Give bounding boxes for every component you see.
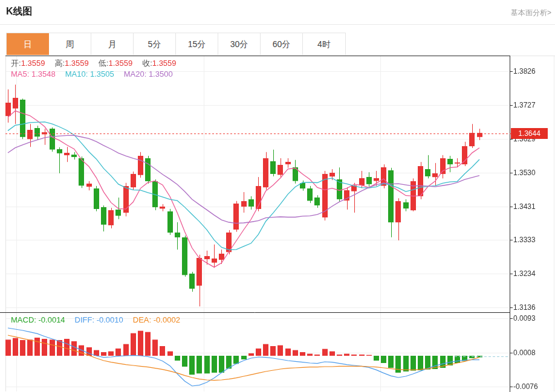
price-axis-label-7: 1.3136 — [513, 303, 536, 312]
readout-MA20: MA20: 1.3500 — [124, 69, 173, 79]
tab-period-3[interactable]: 5分 — [134, 33, 176, 55]
kline-chart-widget: K线图 基本面分析> 日周月5分15分30分60分4时 开:1.3559高:1.… — [0, 0, 555, 392]
readout-MA10: MA10: 1.3505 — [65, 69, 114, 79]
price-axis-label-6: 1.3234 — [513, 269, 536, 278]
period-tabs: 日周月5分15分30分60分4时 — [6, 33, 346, 55]
price-axis-label-5: 1.3333 — [513, 236, 536, 244]
readout-DIFF: DIFF: -0.0010 — [75, 315, 123, 324]
tab-period-5[interactable]: 30分 — [218, 33, 261, 55]
readout-低: 低:1.3559 — [99, 59, 132, 68]
tab-period-7[interactable]: 4时 — [303, 33, 345, 55]
tab-period-4[interactable]: 15分 — [176, 33, 218, 55]
readout-DEA: DEA: -0.0002 — [133, 315, 180, 324]
tab-period-0[interactable]: 日 — [7, 33, 49, 55]
ma-readout: MA5: 1.3548MA10: 1.3505MA20: 1.3500 — [11, 69, 183, 79]
page-title: K线图 — [6, 5, 33, 18]
macd-readout: MACD: -0.0014DIFF: -0.0010DEA: -0.0002 — [11, 315, 190, 324]
tab-period-1[interactable]: 周 — [49, 33, 91, 55]
price-axis-label-3: 1.3530 — [513, 169, 536, 177]
readout-MA5: MA5: 1.3548 — [11, 69, 56, 79]
readout-MACD: MACD: -0.0014 — [11, 315, 65, 324]
macd-axis-label-0: 0.0093 — [513, 314, 536, 323]
tab-period-2[interactable]: 月 — [91, 33, 134, 55]
readout-高: 高:1.3559 — [54, 59, 88, 68]
readout-开: 开:1.3559 — [11, 59, 45, 68]
ohlc-readout: 开:1.3559高:1.3559低:1.3559收:1.3559 — [11, 58, 186, 69]
header-divider — [0, 24, 555, 25]
current-price-tag: 1.3644 — [511, 128, 548, 139]
macd-axis-label-2: -0.0076 — [513, 382, 538, 391]
readout-收: 收:1.3559 — [142, 59, 176, 68]
tab-period-6[interactable]: 60分 — [261, 33, 303, 55]
price-axis-label-0: 1.3826 — [513, 67, 536, 76]
fundamental-analysis-link[interactable]: 基本面分析> — [511, 8, 551, 18]
price-axis-label-4: 1.3431 — [513, 202, 536, 211]
price-axis-label-1: 1.3727 — [513, 101, 536, 109]
macd-axis-label-1: 0.0008 — [513, 349, 536, 357]
